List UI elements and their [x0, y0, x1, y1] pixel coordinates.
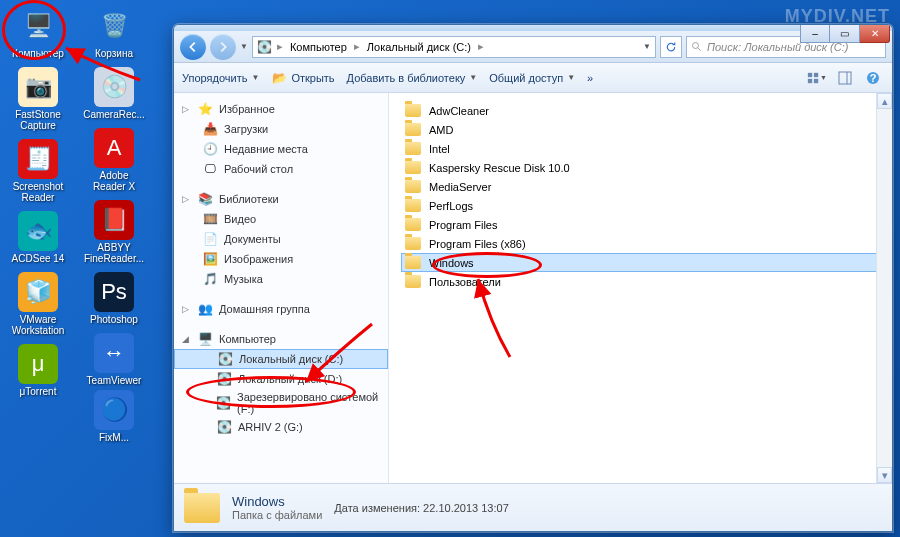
back-button[interactable]: [180, 34, 206, 60]
file-item[interactable]: Kaspersky Rescue Disk 10.0: [401, 158, 880, 177]
file-item[interactable]: PerfLogs: [401, 196, 880, 215]
computer-header[interactable]: ◢🖥️ Компьютер: [174, 329, 388, 349]
tree-item-label: Документы: [224, 233, 281, 245]
app-icon: 🧊: [18, 272, 58, 312]
tree-item[interactable]: 🎵Музыка: [174, 269, 388, 289]
desktop-icon[interactable]: 🐟ACDSee 14: [4, 209, 72, 266]
app-icon: 🗑️: [94, 6, 134, 46]
explorer-window: – ▭ ✕ ▼ 💽 ▸ Компьютер ▸ Локальный диск (…: [173, 24, 893, 532]
folder-icon: 📥: [202, 121, 218, 137]
tree-item[interactable]: 🕘Недавние места: [174, 139, 388, 159]
folder-icon: [405, 275, 421, 288]
tree-item[interactable]: 🖵Рабочий стол: [174, 159, 388, 179]
desktop-icon[interactable]: 🔵FixM...: [80, 388, 148, 445]
breadcrumb-drive-c[interactable]: Локальный диск (C:): [364, 41, 474, 53]
library-icon: 🖼️: [202, 251, 218, 267]
tree-item-drive[interactable]: 💽Локальный диск (D:): [174, 369, 388, 389]
desktop-icon-label: Adobe Reader X: [82, 170, 146, 192]
address-bar[interactable]: 💽 ▸ Компьютер ▸ Локальный диск (C:) ▸ ▼: [252, 36, 656, 58]
file-item[interactable]: AMD: [401, 120, 880, 139]
libraries-icon: 📚: [197, 191, 213, 207]
tree-item-drive-c[interactable]: 💽Локальный диск (C:): [174, 349, 388, 369]
libraries-header[interactable]: ▷📚 Библиотеки: [174, 189, 388, 209]
drive-icon: 💽: [217, 351, 233, 367]
desktop-icon[interactable]: 🖥️Компьютер: [4, 4, 72, 61]
folder-icon: 🖵: [202, 161, 218, 177]
homegroup-header[interactable]: ▷👥 Домашняя группа: [174, 299, 388, 319]
library-icon: 🎞️: [202, 211, 218, 227]
folder-icon: [405, 180, 421, 193]
desktop-icon[interactable]: 💿CameraRec...: [80, 65, 148, 122]
tree-item[interactable]: 📥Загрузки: [174, 119, 388, 139]
navigation-pane[interactable]: ▷⭐ Избранное 📥Загрузки🕘Недавние места🖵Ра…: [174, 93, 389, 483]
file-item[interactable]: MediaServer: [401, 177, 880, 196]
maximize-button[interactable]: ▭: [830, 25, 860, 43]
svg-rect-1: [808, 72, 812, 76]
open-button[interactable]: 📂 Открыть: [271, 70, 334, 86]
forward-button[interactable]: [210, 34, 236, 60]
tree-item-label: Локальный диск (C:): [239, 353, 343, 365]
share-button[interactable]: Общий доступ▼: [489, 72, 575, 84]
desktop-icon[interactable]: AAdobe Reader X: [80, 126, 148, 194]
favorites-header[interactable]: ▷⭐ Избранное: [174, 99, 388, 119]
breadcrumb-computer[interactable]: Компьютер: [287, 41, 350, 53]
file-item[interactable]: Intel: [401, 139, 880, 158]
scroll-up-button[interactable]: ▴: [877, 93, 892, 109]
app-icon: 📕: [94, 200, 134, 240]
folder-icon: [405, 123, 421, 136]
file-item[interactable]: Program Files (x86): [401, 234, 880, 253]
drive-icon: 💽: [216, 371, 232, 387]
more-button[interactable]: »: [587, 72, 593, 84]
address-dropdown-icon[interactable]: ▼: [643, 42, 651, 51]
desktop-icon[interactable]: 🧊VMware Workstation: [4, 270, 72, 338]
file-item-label: AdwCleaner: [429, 105, 489, 117]
close-button[interactable]: ✕: [860, 25, 890, 43]
minimize-button[interactable]: –: [800, 25, 830, 43]
library-icon: 🎵: [202, 271, 218, 287]
breadcrumb-sep: ▸: [277, 40, 283, 53]
desktop-icon[interactable]: μμTorrent: [4, 342, 72, 399]
organize-button[interactable]: Упорядочить▼: [182, 72, 259, 84]
scrollbar[interactable]: ▴ ▾: [876, 93, 892, 483]
breadcrumb-sep: ▸: [478, 40, 484, 53]
file-list[interactable]: AdwCleanerAMDIntelKaspersky Rescue Disk …: [389, 93, 892, 483]
folder-icon: [405, 142, 421, 155]
tree-item-drive[interactable]: 💽Зарезервировано системой (F:): [174, 389, 388, 417]
tree-item-drive[interactable]: 💽ARHIV 2 (G:): [174, 417, 388, 437]
scroll-down-button[interactable]: ▾: [877, 467, 892, 483]
tree-item[interactable]: 📄Документы: [174, 229, 388, 249]
refresh-icon: [665, 41, 677, 53]
homegroup-icon: 👥: [197, 301, 213, 317]
arrow-left-icon: [186, 40, 200, 54]
help-button[interactable]: ?: [862, 67, 884, 89]
file-item[interactable]: Пользователи: [401, 272, 880, 291]
file-item[interactable]: Program Files: [401, 215, 880, 234]
details-type: Папка с файлами: [232, 509, 322, 521]
file-item-label: AMD: [429, 124, 453, 136]
add-library-button[interactable]: Добавить в библиотеку▼: [347, 72, 478, 84]
tree-item[interactable]: 🖼️Изображения: [174, 249, 388, 269]
desktop-icon[interactable]: PsPhotoshop: [80, 270, 148, 327]
file-item-label: Kaspersky Rescue Disk 10.0: [429, 162, 570, 174]
history-dropdown-icon[interactable]: ▼: [240, 42, 248, 51]
desktop-icon[interactable]: 🗑️Корзина: [80, 4, 148, 61]
desktop-icon-label: ACDSee 14: [12, 253, 65, 264]
desktop-icon[interactable]: 📷FastStone Capture: [4, 65, 72, 133]
tree-item[interactable]: 🎞️Видео: [174, 209, 388, 229]
svg-rect-3: [808, 78, 812, 82]
file-item-windows[interactable]: Windows: [401, 253, 880, 272]
desktop-icon[interactable]: 📕ABBYY FineReader...: [80, 198, 148, 266]
desktop: 🖥️Компьютер📷FastStone Capture🧾Screenshot…: [0, 0, 170, 537]
file-item[interactable]: AdwCleaner: [401, 101, 880, 120]
view-options-button[interactable]: ▼: [806, 67, 828, 89]
preview-pane-button[interactable]: [834, 67, 856, 89]
desktop-icon[interactable]: 🧾Screenshot Reader: [4, 137, 72, 205]
file-item-label: Intel: [429, 143, 450, 155]
desktop-icon[interactable]: ↔TeamViewer: [80, 331, 148, 388]
file-item-label: Program Files (x86): [429, 238, 526, 250]
help-icon: ?: [866, 71, 880, 85]
tree-item-label: Видео: [224, 213, 256, 225]
drive-icon: 💽: [257, 39, 273, 55]
details-modified-value: 22.10.2013 13:07: [423, 502, 509, 514]
refresh-button[interactable]: [660, 36, 682, 58]
